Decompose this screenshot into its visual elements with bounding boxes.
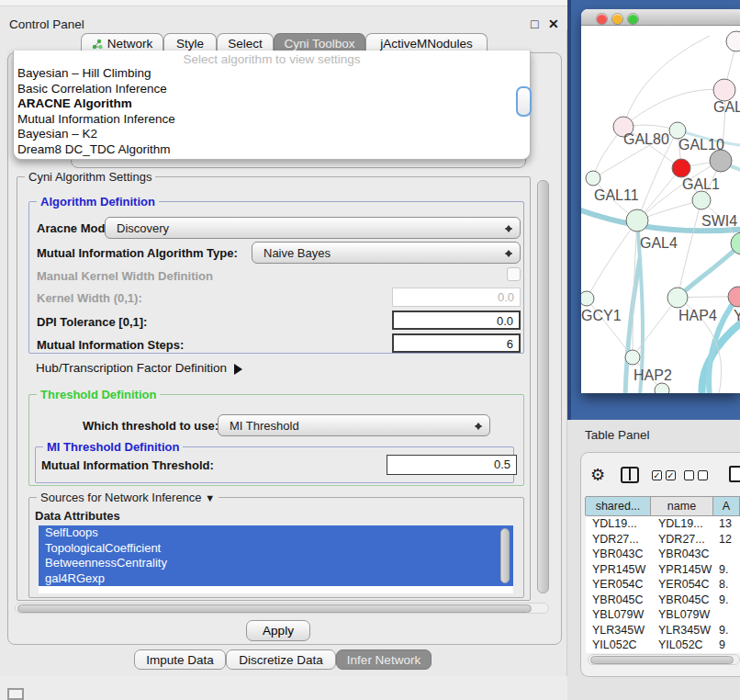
table-body[interactable]: YDL19...YDL19...13YDR27...YDR27...12YBR0… — [586, 516, 740, 653]
algorithm-option[interactable]: Bayesian – Hill Climbing — [14, 66, 530, 82]
table-horizontal-thumb[interactable] — [590, 656, 734, 664]
network-node[interactable] — [667, 288, 688, 308]
gear-icon[interactable]: ⚙ — [590, 467, 605, 483]
apply-button[interactable]: Apply — [246, 620, 310, 641]
chevron-right-icon — [234, 364, 248, 375]
control-panel-title: Control Panel — [9, 17, 84, 31]
data-attributes-list[interactable]: SelfLoopsTopologicalCoefficientBetweenne… — [39, 525, 513, 593]
mi-steps-field[interactable]: 6 — [392, 333, 521, 353]
which-threshold-combobox[interactable]: MI Threshold — [218, 414, 490, 436]
settings-vertical-scrollbar[interactable] — [537, 180, 549, 593]
network-node[interactable] — [726, 31, 740, 51]
close-window-icon[interactable] — [597, 14, 607, 24]
zoom-window-icon[interactable] — [628, 14, 638, 24]
table-horizontal-scrollbar[interactable] — [588, 654, 740, 665]
attribute-item[interactable]: gal4RGexp — [39, 571, 513, 587]
column-header-partial[interactable]: A — [712, 497, 740, 515]
algorithm-option[interactable]: Mutual Information Inference — [14, 112, 530, 128]
mi-algorithm-type-combobox[interactable]: Naive Bayes — [252, 242, 521, 264]
table-cell: YBR045C — [652, 593, 715, 606]
settings-horizontal-thumb[interactable] — [17, 604, 532, 613]
group-title: MI Threshold Definition — [43, 440, 183, 454]
corner-widget-fragment[interactable] — [7, 688, 24, 700]
kernel-width-field[interactable]: 0.0 — [392, 288, 521, 307]
table-cell: YER054C — [586, 578, 652, 591]
sources-toggle[interactable]: Sources for Network Inference ▼ — [37, 491, 219, 504]
table-cell: YDR27... — [586, 533, 652, 546]
table-cell: YIL052C — [586, 638, 652, 651]
network-node[interactable] — [586, 171, 600, 186]
algorithm-option[interactable]: Basic Correlation Inference — [14, 82, 530, 97]
network-tab-icon — [92, 39, 103, 50]
column-header-shared-name[interactable]: shared... — [585, 497, 651, 515]
network-window-titlebar[interactable] — [581, 9, 740, 26]
table-row[interactable]: YBL079WYBL079W — [586, 607, 740, 623]
node-label: GCY1 — [581, 308, 622, 323]
table-row[interactable]: YDL19...YDL19...13 — [586, 516, 740, 532]
control-panel: Control Panel □ ✕ Network Style Select C… — [0, 0, 567, 676]
dpi-tolerance-label: DPI Tolerance [0,1]: — [37, 315, 147, 329]
network-node[interactable] — [625, 350, 640, 365]
table-row[interactable]: YPR145WYPR145W9. — [586, 562, 740, 578]
algorithm-option[interactable]: Bayesian – K2 — [14, 127, 530, 142]
hub-definition-label: Hub/Transcription Factor Definition — [36, 361, 227, 375]
table-row[interactable]: YER054CYER054C8. — [586, 577, 740, 593]
mi-threshold-field[interactable]: 0.5 — [387, 455, 517, 475]
table-row[interactable]: YDR27...YDR27...12 — [586, 532, 740, 548]
network-node[interactable] — [672, 159, 690, 177]
tab-label: Impute Data — [146, 653, 214, 667]
network-node[interactable] — [655, 383, 669, 393]
column-header-name[interactable]: name — [650, 497, 713, 515]
network-view-window[interactable]: GALGAL80GAL10GAL1GAL11SWI4GAL4GCY1HAP4YH… — [581, 9, 740, 393]
attribute-item[interactable]: BetweennessCentrality — [39, 556, 513, 571]
float-panel-icon[interactable]: □ — [531, 17, 538, 31]
app-frame-strip — [0, 0, 567, 6]
node-label: HAP2 — [633, 367, 672, 383]
tab-label: Cyni Toolbox — [284, 37, 354, 51]
tab-discretize-data[interactable]: Discretize Data — [226, 649, 336, 670]
table-row[interactable]: YBR045CYBR045C9. — [586, 593, 740, 608]
table-row[interactable]: YBR043CYBR043C — [586, 547, 740, 562]
columns-icon[interactable] — [621, 467, 639, 483]
network-canvas[interactable]: GALGAL80GAL10GAL1GAL11SWI4GAL4GCY1HAP4YH… — [581, 27, 740, 393]
focused-combo-fragment — [516, 86, 532, 117]
table-cell: YDL19... — [586, 517, 652, 530]
algorithm-option[interactable]: Dream8 DC_TDC Algorithm — [14, 142, 530, 158]
minimize-window-icon[interactable] — [612, 14, 622, 24]
tab-infer-network[interactable]: Infer Network — [336, 649, 432, 670]
manual-kernel-checkbox[interactable] — [507, 267, 521, 281]
manual-kernel-label: Manual Kernel Width Definition — [37, 269, 213, 283]
network-node[interactable] — [581, 291, 594, 306]
algorithm-option[interactable]: ARACNE Algorithm — [14, 96, 530, 112]
deselect-all-icon[interactable] — [684, 470, 708, 480]
tab-impute-data[interactable]: Impute Data — [134, 649, 226, 670]
close-panel-icon[interactable]: ✕ — [548, 17, 559, 31]
attribute-item[interactable]: TopologicalCoefficient — [39, 541, 513, 557]
network-node[interactable] — [626, 209, 648, 231]
network-node[interactable] — [692, 191, 711, 209]
threshold-definition-group: Threshold Definition Which threshold to … — [28, 394, 524, 486]
attribute-item[interactable]: SelfLoops — [39, 525, 513, 541]
tab-label: Discretize Data — [239, 653, 323, 667]
mi-threshold-definition-group: MI Threshold Definition Mutual Informati… — [35, 446, 514, 483]
table-row[interactable]: YIL052CYIL052C9 — [586, 638, 740, 653]
table-cell: 13 — [715, 517, 740, 530]
data-attributes-label: Data Attributes — [35, 509, 120, 523]
hub-definition-toggle[interactable]: Hub/Transcription Factor Definition — [36, 361, 248, 375]
file-icon[interactable] — [729, 466, 740, 482]
list-scrollbar-thumb[interactable] — [500, 528, 510, 583]
tab-label: Infer Network — [347, 653, 420, 667]
table-cell: 9. — [715, 563, 740, 576]
dpi-tolerance-field[interactable]: 0.0 — [392, 310, 521, 330]
network-node[interactable] — [713, 79, 735, 101]
network-node[interactable] — [710, 150, 732, 172]
tab-label: Style — [176, 37, 204, 51]
select-all-icon[interactable]: ✓✓ — [652, 470, 676, 480]
table-cell: YDL19... — [652, 517, 715, 530]
node-label: GAL1 — [682, 176, 720, 192]
table-row[interactable]: YLR345WYLR345W9. — [586, 623, 740, 638]
node-table: shared... name A YDL19...YDL19...13YDR27… — [586, 496, 740, 653]
settings-horizontal-scrollbar[interactable] — [15, 603, 549, 614]
aracne-mode-combobox[interactable]: Discovery — [105, 217, 521, 239]
which-threshold-label: Which threshold to use: — [83, 419, 219, 433]
